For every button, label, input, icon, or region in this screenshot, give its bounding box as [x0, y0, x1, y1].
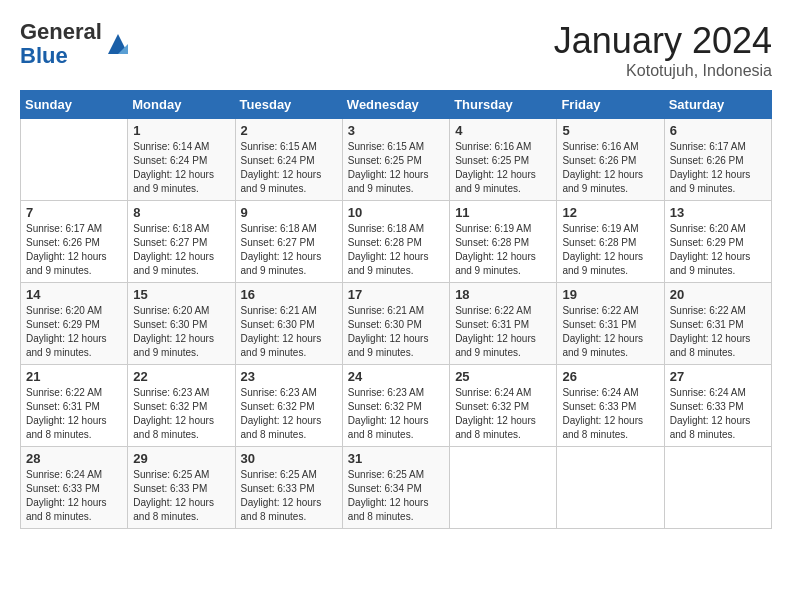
day-number: 6: [670, 123, 766, 138]
day-number: 8: [133, 205, 229, 220]
calendar-cell: 5Sunrise: 6:16 AMSunset: 6:26 PMDaylight…: [557, 119, 664, 201]
day-info: Sunrise: 6:22 AMSunset: 6:31 PMDaylight:…: [455, 304, 551, 360]
logo-blue: Blue: [20, 43, 68, 68]
calendar-cell: 23Sunrise: 6:23 AMSunset: 6:32 PMDayligh…: [235, 365, 342, 447]
calendar-cell: 21Sunrise: 6:22 AMSunset: 6:31 PMDayligh…: [21, 365, 128, 447]
logo: General Blue: [20, 20, 132, 68]
calendar-cell: 31Sunrise: 6:25 AMSunset: 6:34 PMDayligh…: [342, 447, 449, 529]
day-info: Sunrise: 6:16 AMSunset: 6:26 PMDaylight:…: [562, 140, 658, 196]
calendar-cell: 20Sunrise: 6:22 AMSunset: 6:31 PMDayligh…: [664, 283, 771, 365]
week-row-1: 1Sunrise: 6:14 AMSunset: 6:24 PMDaylight…: [21, 119, 772, 201]
day-number: 9: [241, 205, 337, 220]
day-number: 16: [241, 287, 337, 302]
day-number: 31: [348, 451, 444, 466]
day-number: 25: [455, 369, 551, 384]
day-number: 1: [133, 123, 229, 138]
day-info: Sunrise: 6:15 AMSunset: 6:25 PMDaylight:…: [348, 140, 444, 196]
calendar-cell: 11Sunrise: 6:19 AMSunset: 6:28 PMDayligh…: [450, 201, 557, 283]
day-number: 15: [133, 287, 229, 302]
day-number: 3: [348, 123, 444, 138]
logo-general: General: [20, 19, 102, 44]
day-info: Sunrise: 6:23 AMSunset: 6:32 PMDaylight:…: [348, 386, 444, 442]
day-info: Sunrise: 6:16 AMSunset: 6:25 PMDaylight:…: [455, 140, 551, 196]
day-info: Sunrise: 6:25 AMSunset: 6:33 PMDaylight:…: [133, 468, 229, 524]
logo-icon: [104, 30, 132, 58]
day-info: Sunrise: 6:20 AMSunset: 6:30 PMDaylight:…: [133, 304, 229, 360]
calendar-header: SundayMondayTuesdayWednesdayThursdayFrid…: [21, 91, 772, 119]
calendar-cell: 3Sunrise: 6:15 AMSunset: 6:25 PMDaylight…: [342, 119, 449, 201]
calendar-cell: 7Sunrise: 6:17 AMSunset: 6:26 PMDaylight…: [21, 201, 128, 283]
day-number: 21: [26, 369, 122, 384]
calendar-cell: 19Sunrise: 6:22 AMSunset: 6:31 PMDayligh…: [557, 283, 664, 365]
day-info: Sunrise: 6:25 AMSunset: 6:33 PMDaylight:…: [241, 468, 337, 524]
day-info: Sunrise: 6:22 AMSunset: 6:31 PMDaylight:…: [26, 386, 122, 442]
header-monday: Monday: [128, 91, 235, 119]
calendar-cell: 16Sunrise: 6:21 AMSunset: 6:30 PMDayligh…: [235, 283, 342, 365]
calendar-cell: 8Sunrise: 6:18 AMSunset: 6:27 PMDaylight…: [128, 201, 235, 283]
day-info: Sunrise: 6:19 AMSunset: 6:28 PMDaylight:…: [455, 222, 551, 278]
day-number: 29: [133, 451, 229, 466]
week-row-4: 21Sunrise: 6:22 AMSunset: 6:31 PMDayligh…: [21, 365, 772, 447]
day-number: 7: [26, 205, 122, 220]
day-number: 14: [26, 287, 122, 302]
week-row-2: 7Sunrise: 6:17 AMSunset: 6:26 PMDaylight…: [21, 201, 772, 283]
calendar-cell: 26Sunrise: 6:24 AMSunset: 6:33 PMDayligh…: [557, 365, 664, 447]
calendar-cell: [557, 447, 664, 529]
calendar-cell: 12Sunrise: 6:19 AMSunset: 6:28 PMDayligh…: [557, 201, 664, 283]
calendar-cell: 14Sunrise: 6:20 AMSunset: 6:29 PMDayligh…: [21, 283, 128, 365]
calendar-title: January 2024: [554, 20, 772, 62]
day-info: Sunrise: 6:17 AMSunset: 6:26 PMDaylight:…: [26, 222, 122, 278]
calendar-cell: 27Sunrise: 6:24 AMSunset: 6:33 PMDayligh…: [664, 365, 771, 447]
day-info: Sunrise: 6:15 AMSunset: 6:24 PMDaylight:…: [241, 140, 337, 196]
day-info: Sunrise: 6:20 AMSunset: 6:29 PMDaylight:…: [26, 304, 122, 360]
calendar-cell: 17Sunrise: 6:21 AMSunset: 6:30 PMDayligh…: [342, 283, 449, 365]
day-number: 26: [562, 369, 658, 384]
title-block: January 2024 Kototujuh, Indonesia: [554, 20, 772, 80]
page-header: General Blue January 2024 Kototujuh, Ind…: [20, 20, 772, 80]
day-info: Sunrise: 6:21 AMSunset: 6:30 PMDaylight:…: [241, 304, 337, 360]
calendar-cell: 28Sunrise: 6:24 AMSunset: 6:33 PMDayligh…: [21, 447, 128, 529]
calendar-cell: 10Sunrise: 6:18 AMSunset: 6:28 PMDayligh…: [342, 201, 449, 283]
week-row-5: 28Sunrise: 6:24 AMSunset: 6:33 PMDayligh…: [21, 447, 772, 529]
day-info: Sunrise: 6:24 AMSunset: 6:33 PMDaylight:…: [670, 386, 766, 442]
day-info: Sunrise: 6:20 AMSunset: 6:29 PMDaylight:…: [670, 222, 766, 278]
calendar-cell: 25Sunrise: 6:24 AMSunset: 6:32 PMDayligh…: [450, 365, 557, 447]
calendar-body: 1Sunrise: 6:14 AMSunset: 6:24 PMDaylight…: [21, 119, 772, 529]
calendar-cell: 6Sunrise: 6:17 AMSunset: 6:26 PMDaylight…: [664, 119, 771, 201]
header-wednesday: Wednesday: [342, 91, 449, 119]
day-info: Sunrise: 6:18 AMSunset: 6:27 PMDaylight:…: [241, 222, 337, 278]
day-info: Sunrise: 6:24 AMSunset: 6:32 PMDaylight:…: [455, 386, 551, 442]
day-info: Sunrise: 6:18 AMSunset: 6:28 PMDaylight:…: [348, 222, 444, 278]
day-info: Sunrise: 6:17 AMSunset: 6:26 PMDaylight:…: [670, 140, 766, 196]
week-row-3: 14Sunrise: 6:20 AMSunset: 6:29 PMDayligh…: [21, 283, 772, 365]
day-number: 13: [670, 205, 766, 220]
calendar-cell: 2Sunrise: 6:15 AMSunset: 6:24 PMDaylight…: [235, 119, 342, 201]
day-number: 2: [241, 123, 337, 138]
header-sunday: Sunday: [21, 91, 128, 119]
day-number: 10: [348, 205, 444, 220]
day-number: 17: [348, 287, 444, 302]
calendar-cell: 1Sunrise: 6:14 AMSunset: 6:24 PMDaylight…: [128, 119, 235, 201]
day-number: 5: [562, 123, 658, 138]
calendar-cell: 18Sunrise: 6:22 AMSunset: 6:31 PMDayligh…: [450, 283, 557, 365]
day-info: Sunrise: 6:24 AMSunset: 6:33 PMDaylight:…: [562, 386, 658, 442]
day-number: 30: [241, 451, 337, 466]
day-number: 28: [26, 451, 122, 466]
day-number: 19: [562, 287, 658, 302]
header-saturday: Saturday: [664, 91, 771, 119]
calendar-cell: 13Sunrise: 6:20 AMSunset: 6:29 PMDayligh…: [664, 201, 771, 283]
calendar-cell: [21, 119, 128, 201]
calendar-cell: 30Sunrise: 6:25 AMSunset: 6:33 PMDayligh…: [235, 447, 342, 529]
day-info: Sunrise: 6:22 AMSunset: 6:31 PMDaylight:…: [562, 304, 658, 360]
calendar-table: SundayMondayTuesdayWednesdayThursdayFrid…: [20, 90, 772, 529]
day-number: 4: [455, 123, 551, 138]
calendar-subtitle: Kototujuh, Indonesia: [554, 62, 772, 80]
day-info: Sunrise: 6:19 AMSunset: 6:28 PMDaylight:…: [562, 222, 658, 278]
day-number: 22: [133, 369, 229, 384]
day-info: Sunrise: 6:18 AMSunset: 6:27 PMDaylight:…: [133, 222, 229, 278]
day-info: Sunrise: 6:21 AMSunset: 6:30 PMDaylight:…: [348, 304, 444, 360]
day-info: Sunrise: 6:22 AMSunset: 6:31 PMDaylight:…: [670, 304, 766, 360]
calendar-cell: 4Sunrise: 6:16 AMSunset: 6:25 PMDaylight…: [450, 119, 557, 201]
day-number: 18: [455, 287, 551, 302]
day-number: 27: [670, 369, 766, 384]
